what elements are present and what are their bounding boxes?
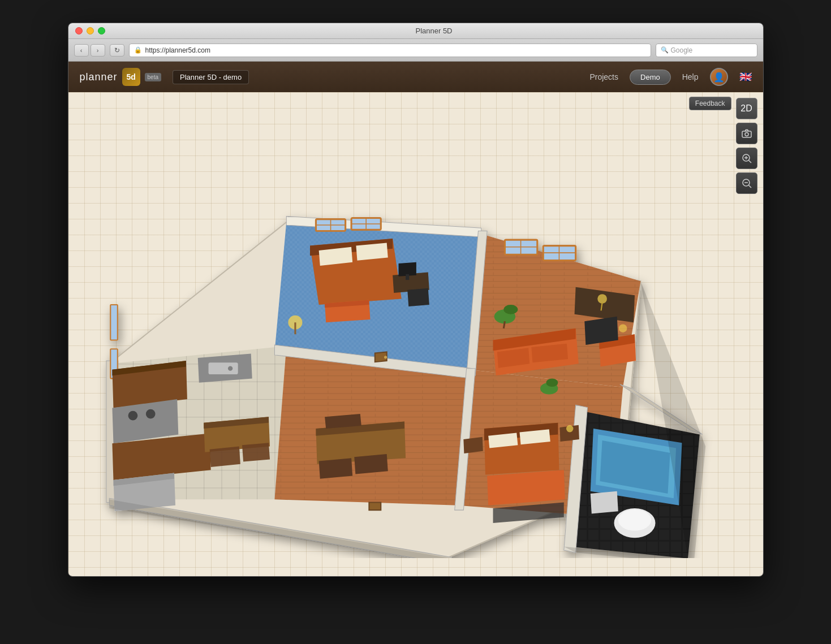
close-button[interactable] xyxy=(75,27,83,34)
svg-point-88 xyxy=(546,378,558,387)
traffic-lights xyxy=(75,27,105,34)
window-title: Planner 5D xyxy=(112,27,756,35)
svg-line-7 xyxy=(748,185,751,188)
svg-rect-48 xyxy=(110,305,118,340)
maximize-button[interactable] xyxy=(98,27,105,34)
svg-marker-60 xyxy=(407,288,429,306)
language-flag[interactable]: 🇬🇧 xyxy=(739,71,752,83)
svg-line-3 xyxy=(748,161,751,163)
svg-marker-113 xyxy=(590,491,618,513)
reload-button[interactable]: ↻ xyxy=(110,44,124,57)
svg-marker-54 xyxy=(356,243,387,260)
feedback-button[interactable]: Feedback xyxy=(689,97,731,110)
zoom-in-button[interactable] xyxy=(736,148,757,169)
svg-point-1 xyxy=(745,133,748,136)
svg-point-85 xyxy=(503,305,518,314)
browser-window: Planner 5D ‹ › ↻ 🔒 https://planner5d.com… xyxy=(68,23,764,577)
logo-box[interactable]: 5d xyxy=(122,68,140,86)
nav-buttons: ‹ › xyxy=(74,44,105,57)
camera-button[interactable] xyxy=(736,123,757,144)
forward-button[interactable]: › xyxy=(91,44,105,57)
search-bar[interactable]: 🔍 Google xyxy=(656,44,757,57)
address-bar[interactable]: 🔒 https://planner5d.com xyxy=(129,44,651,57)
svg-point-93 xyxy=(618,324,627,332)
back-button[interactable]: ‹ xyxy=(74,44,89,57)
svg-rect-66 xyxy=(208,362,238,374)
svg-marker-97 xyxy=(354,454,387,474)
floorplan-area[interactable] xyxy=(80,109,729,565)
svg-marker-96 xyxy=(318,458,352,479)
svg-point-112 xyxy=(618,509,651,531)
url-text: https://planner5d.com xyxy=(145,46,210,54)
svg-marker-104 xyxy=(463,436,483,453)
beta-badge: beta xyxy=(145,73,161,81)
svg-point-50 xyxy=(384,356,386,358)
svg-marker-90 xyxy=(584,316,618,344)
minimize-button[interactable] xyxy=(87,27,94,34)
svg-point-105 xyxy=(566,425,573,433)
svg-marker-106 xyxy=(487,470,565,505)
svg-point-69 xyxy=(128,410,137,420)
svg-point-67 xyxy=(227,366,232,370)
svg-point-91 xyxy=(597,294,607,304)
nav-help[interactable]: Help xyxy=(682,72,699,81)
nav-demo[interactable]: Demo xyxy=(630,70,671,85)
search-placeholder: Google xyxy=(671,46,693,54)
floorplan-svg xyxy=(80,116,729,559)
svg-rect-0 xyxy=(742,131,751,137)
project-name[interactable]: Planner 5D - demo xyxy=(173,70,249,84)
user-avatar[interactable]: 👤 xyxy=(710,68,728,86)
2d-button[interactable]: 2D xyxy=(736,98,757,119)
lock-icon: 🔒 xyxy=(134,46,142,54)
svg-point-70 xyxy=(145,409,155,418)
canvas-area: Feedback 2D xyxy=(68,92,763,576)
nav-projects[interactable]: Projects xyxy=(589,72,618,81)
svg-marker-74 xyxy=(209,446,240,467)
header-nav: Projects Demo Help 👤 🇬🇧 xyxy=(589,68,751,86)
browser-toolbar: ‹ › ↻ 🔒 https://planner5d.com 🔍 Google xyxy=(68,39,763,62)
svg-marker-75 xyxy=(242,443,270,461)
zoom-out-button[interactable] xyxy=(736,172,757,194)
svg-line-86 xyxy=(503,321,505,329)
logo-text: planner xyxy=(80,71,118,83)
title-bar: Planner 5D xyxy=(68,23,763,39)
search-icon: 🔍 xyxy=(661,46,669,54)
logo-area: planner 5d beta xyxy=(80,68,162,86)
right-toolbar: 2D xyxy=(736,98,757,194)
app-header: planner 5d beta Planner 5D - demo Projec… xyxy=(68,62,763,92)
svg-marker-59 xyxy=(406,274,409,279)
